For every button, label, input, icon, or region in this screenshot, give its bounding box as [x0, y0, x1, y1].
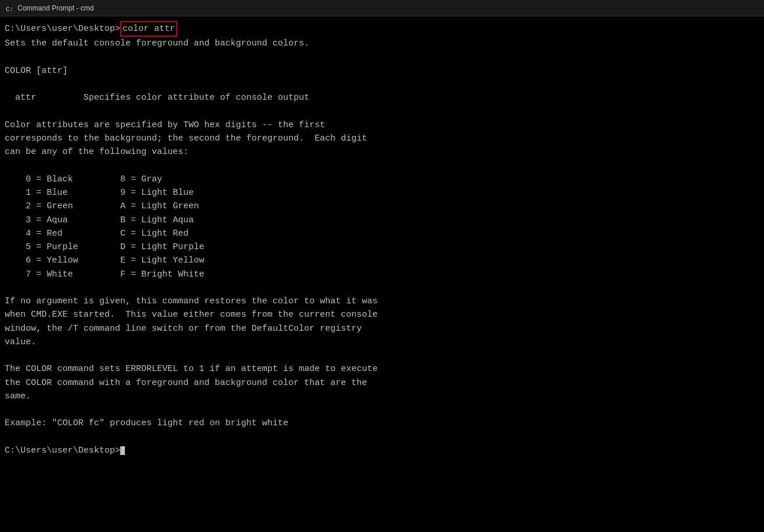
- line-12: 5 = Purple D = Light Purple: [5, 240, 759, 254]
- blank-8: [5, 430, 759, 444]
- line-21: same.: [5, 390, 759, 403]
- line-11: 4 = Red C = Light Red: [5, 227, 759, 240]
- line-1: Sets the default console foreground and …: [5, 37, 759, 50]
- terminal-body[interactable]: C:\Users\user\Desktop>color attr Sets th…: [0, 16, 764, 462]
- final-prompt-line: C:\Users\user\Desktop>: [5, 444, 759, 457]
- line-20: the COLOR command with a foreground and …: [5, 376, 759, 390]
- cursor: [120, 446, 125, 455]
- line-3: attr Specifies color attribute of consol…: [5, 91, 759, 104]
- line-10: 3 = Aqua B = Light Aqua: [5, 214, 759, 227]
- line-14: 7 = White F = Bright White: [5, 268, 759, 281]
- blank-4: [5, 159, 759, 173]
- line-8: 1 = Blue 9 = Light Blue: [5, 186, 759, 200]
- svg-text:C:\: C:\: [6, 6, 14, 13]
- titlebar-icon: C:\: [5, 4, 14, 13]
- line-4: Color attributes are specified by TWO he…: [5, 118, 759, 132]
- command-text: color attr: [120, 21, 177, 37]
- line-17: window, the /T command line switch or fr…: [5, 322, 759, 335]
- line-22: Example: "COLOR fc" produces light red o…: [5, 416, 759, 430]
- line-6: can be any of the following values:: [5, 145, 759, 159]
- final-prompt-text: C:\Users\user\Desktop>: [5, 444, 120, 457]
- titlebar: C:\ Command Prompt - cmd: [0, 0, 764, 16]
- command-input-line: C:\Users\user\Desktop>color attr: [5, 21, 759, 37]
- blank-2: [5, 78, 759, 91]
- titlebar-title: Command Prompt - cmd: [18, 4, 94, 12]
- line-2: COLOR [attr]: [5, 64, 759, 78]
- line-9: 2 = Green A = Light Green: [5, 200, 759, 213]
- line-5: corresponds to the background; the secon…: [5, 132, 759, 145]
- blank-1: [5, 51, 759, 64]
- blank-7: [5, 403, 759, 416]
- line-13: 6 = Yellow E = Light Yellow: [5, 254, 759, 267]
- prompt-text: C:\Users\user\Desktop>: [5, 22, 120, 36]
- line-18: value.: [5, 335, 759, 349]
- line-7: 0 = Black 8 = Gray: [5, 173, 759, 186]
- line-19: The COLOR command sets ERRORLEVEL to 1 i…: [5, 362, 759, 376]
- blank-6: [5, 349, 759, 362]
- blank-5: [5, 281, 759, 295]
- blank-3: [5, 105, 759, 118]
- line-15: If no argument is given, this command re…: [5, 295, 759, 308]
- line-16: when CMD.EXE started. This value either …: [5, 308, 759, 321]
